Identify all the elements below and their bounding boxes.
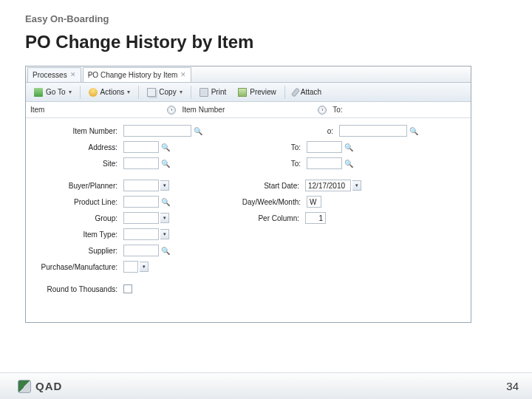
- search-icon[interactable]: 🔍: [409, 126, 419, 136]
- actions-button[interactable]: Actions ▾: [83, 86, 136, 99]
- copy-button[interactable]: Copy ▾: [142, 86, 187, 99]
- slide-footer: QAD 34: [0, 372, 532, 399]
- close-icon[interactable]: ✕: [70, 71, 76, 78]
- toolbar-divider: [80, 86, 81, 99]
- calendar-dropdown-icon[interactable]: ▾: [352, 180, 361, 191]
- label-item-number-to: o:: [261, 127, 335, 135]
- home-icon: [34, 88, 43, 97]
- bulb-icon: [89, 88, 98, 97]
- search-icon[interactable]: 🔍: [193, 126, 203, 136]
- label-group: Group:: [32, 214, 119, 222]
- label-purchase-manufacture: Purchase/Manufacture:: [32, 263, 119, 271]
- site-to-input[interactable]: [307, 157, 342, 169]
- slide-title: PO Change History by Item: [25, 32, 507, 52]
- chevron-right-icon[interactable]: ›: [318, 106, 327, 115]
- bc-item-label: Item: [30, 106, 44, 114]
- label-supplier: Supplier:: [32, 247, 119, 255]
- buyer-planner-input[interactable]: [123, 180, 159, 191]
- toolbar: Go To ▾ Actions ▾ Copy ▾ Print Preview A…: [26, 83, 471, 102]
- address-input[interactable]: [123, 141, 159, 153]
- close-icon[interactable]: ✕: [180, 71, 186, 78]
- supplier-input[interactable]: [123, 245, 159, 256]
- attach-button[interactable]: Attach: [288, 86, 327, 99]
- preview-button[interactable]: Preview: [233, 86, 282, 99]
- site-input[interactable]: [123, 157, 159, 169]
- goto-button[interactable]: Go To ▾: [29, 86, 77, 99]
- address-to-input[interactable]: [307, 141, 342, 153]
- tab-label: Processes: [33, 71, 67, 79]
- attach-label: Attach: [301, 88, 321, 96]
- chevron-down-icon: ▾: [69, 89, 72, 95]
- item-type-input[interactable]: [123, 228, 159, 240]
- slide-breadcrumb: Easy On-Boarding: [25, 13, 507, 24]
- chevron-right-icon[interactable]: ›: [167, 106, 176, 115]
- chevron-down-icon: ▾: [180, 89, 183, 95]
- tab-po-change-history[interactable]: PO Change History by Item ✕: [83, 67, 192, 82]
- search-icon[interactable]: 🔍: [160, 197, 171, 207]
- toolbar-divider: [284, 86, 285, 99]
- dropdown-icon[interactable]: ▾: [160, 180, 169, 191]
- actions-label: Actions: [100, 88, 125, 96]
- logo-icon: [18, 380, 31, 393]
- paperclip-icon: [291, 87, 300, 97]
- chevron-down-icon: ▾: [127, 89, 130, 95]
- item-number-to-input[interactable]: [339, 125, 407, 137]
- search-icon[interactable]: 🔍: [160, 245, 171, 256]
- label-site: Site:: [32, 160, 119, 168]
- search-icon[interactable]: 🔍: [160, 158, 171, 168]
- toolbar-divider: [191, 86, 191, 99]
- goto-label: Go To: [46, 88, 66, 96]
- label-site-to: To:: [228, 160, 302, 168]
- tab-label: PO Change History by Item: [88, 71, 178, 79]
- bc-to[interactable]: To:: [332, 106, 342, 114]
- tab-bar: Processes ✕ PO Change History by Item ✕: [26, 66, 471, 83]
- round-thousands-checkbox[interactable]: [123, 284, 132, 293]
- product-line-input[interactable]: [123, 196, 159, 208]
- start-date-input[interactable]: [305, 180, 351, 191]
- dropdown-icon[interactable]: ▾: [160, 229, 169, 239]
- group-input[interactable]: [123, 212, 159, 224]
- label-round-thousands: Round to Thousands:: [32, 285, 119, 293]
- purchase-manufacture-input[interactable]: [123, 261, 138, 273]
- preview-label: Preview: [250, 88, 276, 96]
- label-per-column: Per Column:: [227, 214, 301, 222]
- form-area: Item Number: 🔍 o: 🔍 Address: 🔍 To:: [26, 118, 471, 303]
- label-start-date: Start Date:: [227, 182, 301, 190]
- preview-icon: [238, 88, 247, 97]
- print-label: Print: [211, 88, 227, 96]
- bc-item-number-label: Item Number: [182, 106, 225, 114]
- toolbar-divider: [138, 86, 139, 99]
- tab-processes[interactable]: Processes ✕: [27, 67, 81, 82]
- print-icon: [200, 88, 208, 97]
- label-buyer-planner: Buyer/Planner:: [32, 182, 119, 190]
- search-icon[interactable]: 🔍: [344, 158, 354, 168]
- page-number: 34: [506, 380, 519, 392]
- label-item-type: Item Type:: [32, 231, 119, 239]
- label-item-number: Item Number:: [32, 127, 119, 135]
- search-icon[interactable]: 🔍: [344, 142, 354, 152]
- search-icon[interactable]: 🔍: [160, 142, 171, 152]
- copy-icon: [147, 88, 156, 97]
- item-number-input[interactable]: [123, 125, 191, 137]
- application-window: Processes ✕ PO Change History by Item ✕ …: [25, 66, 471, 323]
- label-day-week-month: Day/Week/Month:: [228, 198, 302, 206]
- print-button[interactable]: Print: [194, 86, 232, 99]
- bc-item[interactable]: Item: [30, 106, 44, 114]
- per-column-input[interactable]: [305, 212, 326, 224]
- dropdown-icon[interactable]: ▾: [140, 262, 149, 272]
- brand-text: QAD: [35, 380, 62, 392]
- label-address-to: To:: [228, 143, 302, 151]
- bc-to-label: To:: [332, 106, 342, 114]
- day-week-month-input[interactable]: [307, 196, 321, 208]
- bc-item-number[interactable]: Item Number: [182, 106, 225, 114]
- copy-label: Copy: [159, 88, 176, 96]
- dropdown-icon[interactable]: ▾: [160, 213, 169, 223]
- label-product-line: Product Line:: [32, 198, 119, 206]
- filter-breadcrumb: Item › Item Number › To:: [26, 102, 471, 118]
- brand-logo: QAD: [18, 380, 62, 393]
- label-address: Address:: [32, 143, 119, 151]
